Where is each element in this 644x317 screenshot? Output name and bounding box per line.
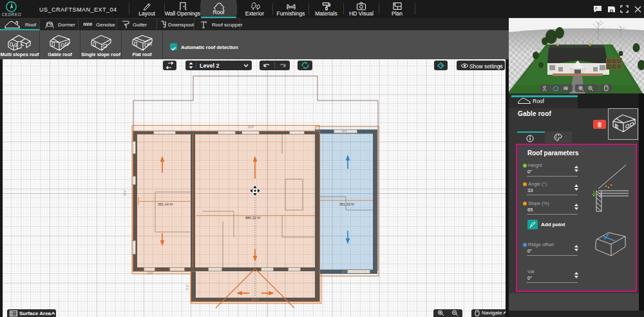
svg-text:18'6": 18'6" xyxy=(341,130,348,133)
svg-text:28'10": 28'10" xyxy=(251,298,260,302)
svg-text:35'1": 35'1" xyxy=(124,189,127,196)
svg-text:52'6": 52'6" xyxy=(248,126,254,129)
svg-text:18'6": 18'6" xyxy=(341,271,348,274)
svg-text:8'-9": 8'-9" xyxy=(186,284,189,290)
svg-text:12'0": 12'0" xyxy=(147,272,153,275)
svg-text:351.14 ft²: 351.14 ft² xyxy=(158,202,173,206)
svg-text:351.33 ft²: 351.33 ft² xyxy=(339,202,354,206)
svg-text:880.32 ft²: 880.32 ft² xyxy=(245,216,260,220)
